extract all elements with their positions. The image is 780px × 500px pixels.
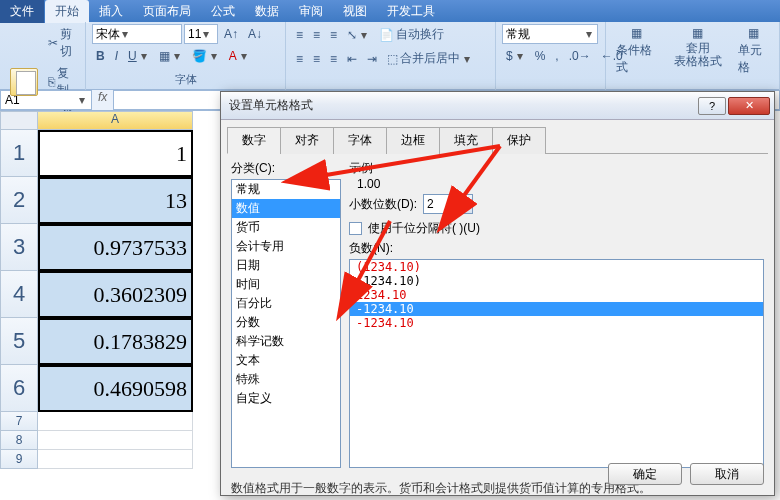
cell[interactable]: 13 [38,177,193,224]
align-mid-button[interactable]: ≡ [309,26,324,44]
category-item[interactable]: 分数 [232,313,340,332]
ok-button[interactable]: 确定 [608,463,682,485]
dialog-tab[interactable]: 保护 [492,127,546,154]
category-item[interactable]: 自定义 [232,389,340,408]
tab-insert[interactable]: 插入 [89,0,133,23]
row-header[interactable]: 3 [0,224,38,271]
category-item[interactable]: 会计专用 [232,237,340,256]
help-button[interactable]: ? [698,97,726,115]
tab-file[interactable]: 文件 [0,0,45,23]
category-item[interactable]: 时间 [232,275,340,294]
category-item[interactable]: 科学记数 [232,332,340,351]
align-bot-button[interactable]: ≡ [326,26,341,44]
font-size-value: 11 [188,27,201,41]
category-panel: 分类(C): 常规数值货币会计专用日期时间百分比分数科学记数文本特殊自定义 [231,160,341,468]
styles-group-label [612,75,773,88]
neg-format-item[interactable]: (1234.10) [350,260,763,274]
underline-button[interactable]: U▾ [124,47,153,65]
align-top-button[interactable]: ≡ [292,26,307,44]
category-item[interactable]: 货币 [232,218,340,237]
dialog-tab[interactable]: 对齐 [280,127,334,154]
grow-font-button[interactable]: A↑ [220,25,242,43]
table-format-button[interactable]: ▦套用 表格格式 [670,24,726,70]
decimals-input[interactable] [424,195,458,213]
fx-icon[interactable]: fx [92,90,113,110]
font-color-button[interactable]: A▾ [225,47,253,65]
inc-decimal-button[interactable]: .0→ [565,47,595,65]
tab-review[interactable]: 审阅 [289,0,333,23]
indent-inc-button[interactable]: ⇥ [363,50,381,68]
indent-dec-button[interactable]: ⇤ [343,50,361,68]
shrink-font-button[interactable]: A↓ [244,25,266,43]
cell-style-button[interactable]: ▦单元格 [734,24,773,70]
currency-button[interactable]: $▾ [502,47,529,65]
font-size-select[interactable]: 11▾ [184,24,218,44]
row-header[interactable]: 8 [0,431,38,450]
cell[interactable]: 0.9737533 [38,224,193,271]
tab-data[interactable]: 数据 [245,0,289,23]
category-item[interactable]: 日期 [232,256,340,275]
category-item[interactable]: 百分比 [232,294,340,313]
decimals-spinner[interactable]: ▲▼ [423,194,473,214]
cell[interactable]: 0.3602309 [38,271,193,318]
align-right-button[interactable]: ≡ [326,50,341,68]
cell[interactable]: 1 [38,130,193,177]
comma-button[interactable]: , [551,47,562,65]
neg-listbox[interactable]: (1234.10)(1234.10)1234.10-1234.10-1234.1… [349,259,764,468]
fill-color-button[interactable]: 🪣▾ [188,47,223,65]
tab-dev[interactable]: 开发工具 [377,0,445,23]
orientation-button[interactable]: ⤡▾ [343,26,373,44]
tab-home[interactable]: 开始 [45,0,89,23]
close-button[interactable]: ✕ [728,97,770,115]
options-panel: 示例 1.00 小数位数(D): ▲▼ 使用千位分隔符( )(U) 负数(N):… [349,160,764,468]
decimals-label: 小数位数(D): [349,196,417,213]
cell[interactable]: 0.1783829 [38,318,193,365]
category-item[interactable]: 数值 [232,199,340,218]
cell[interactable]: 0.4690598 [38,365,193,412]
row-header[interactable]: 7 [0,412,38,431]
cut-button[interactable]: ✂ 剪切 [44,24,79,62]
merge-button[interactable]: ⬚ 合并后居中▾ [383,48,476,69]
row-header[interactable]: 5 [0,318,38,365]
row-header[interactable]: 6 [0,365,38,412]
category-item[interactable]: 常规 [232,180,340,199]
tab-view[interactable]: 视图 [333,0,377,23]
thousands-checkbox[interactable] [349,222,362,235]
italic-button[interactable]: I [111,47,122,65]
cond-format-button[interactable]: ▦条件格式 [612,24,662,70]
spin-down-button[interactable]: ▼ [458,204,472,213]
font-name-select[interactable]: 宋体▾ [92,24,182,44]
neg-format-item[interactable]: -1234.10 [350,316,763,330]
align-center-button[interactable]: ≡ [309,50,324,68]
cell[interactable] [38,431,193,450]
wrap-button[interactable]: 📄 自动换行 [375,24,448,45]
neg-format-item[interactable]: -1234.10 [350,302,763,316]
dialog-tab[interactable]: 边框 [386,127,440,154]
tab-layout[interactable]: 页面布局 [133,0,201,23]
row-header[interactable]: 2 [0,177,38,224]
category-item[interactable]: 文本 [232,351,340,370]
category-item[interactable]: 特殊 [232,370,340,389]
cell[interactable] [38,450,193,469]
dialog-titlebar[interactable]: 设置单元格格式 ? ✕ [221,92,774,120]
select-all-corner[interactable] [0,111,38,130]
bold-button[interactable]: B [92,47,109,65]
neg-format-item[interactable]: 1234.10 [350,288,763,302]
align-left-button[interactable]: ≡ [292,50,307,68]
row-header[interactable]: 9 [0,450,38,469]
percent-button[interactable]: % [531,47,550,65]
cell[interactable] [38,412,193,431]
col-header-A[interactable]: A [38,111,193,130]
category-listbox[interactable]: 常规数值货币会计专用日期时间百分比分数科学记数文本特殊自定义 [231,179,341,468]
dialog-tab[interactable]: 数字 [227,127,281,154]
row-header[interactable]: 1 [0,130,38,177]
tab-formula[interactable]: 公式 [201,0,245,23]
number-format-select[interactable]: 常规▾ [502,24,598,44]
dialog-tab[interactable]: 字体 [333,127,387,154]
cancel-button[interactable]: 取消 [690,463,764,485]
neg-format-item[interactable]: (1234.10) [350,274,763,288]
border-button[interactable]: ▦▾ [155,47,186,65]
row-header[interactable]: 4 [0,271,38,318]
dialog-tab[interactable]: 填充 [439,127,493,154]
chevron-down-icon: ▾ [120,27,130,41]
